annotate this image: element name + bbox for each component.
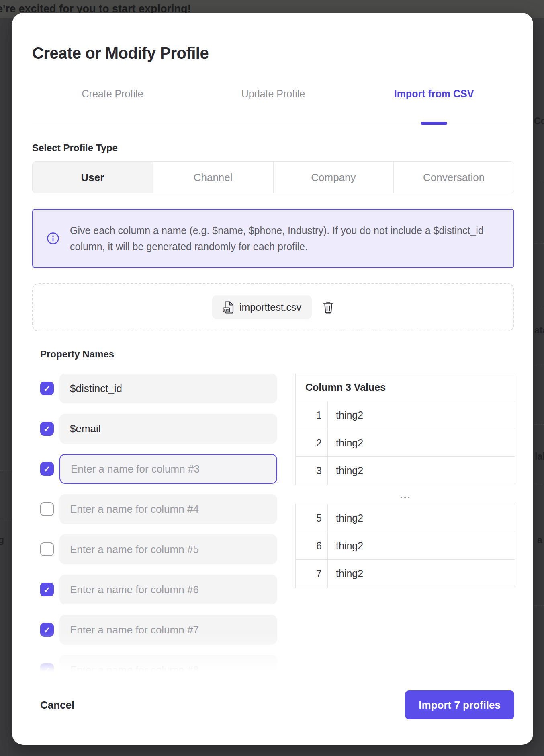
property-row-6: ✓ (40, 575, 277, 604)
column-1-name-input[interactable] (59, 374, 277, 403)
svg-text:csv: csv (224, 308, 229, 312)
page-title: Create or Modify Profile (32, 43, 514, 63)
table-row: 3 thing2 (296, 457, 515, 485)
info-banner: Give each column a name (e.g. $name, $ph… (32, 209, 514, 268)
cancel-button[interactable]: Cancel (40, 699, 74, 711)
column-5-checkbox[interactable] (40, 542, 54, 556)
values-table-header: Column 3 Values (296, 374, 515, 401)
profile-type-selector: User Channel Company Conversation (32, 161, 514, 193)
column-6-checkbox[interactable]: ✓ (40, 583, 54, 596)
profile-type-conversation[interactable]: Conversation (393, 162, 514, 193)
screen: e're excited for you to start exploring!… (0, 0, 544, 756)
property-row-7: ✓ (40, 615, 277, 645)
background-row-line (534, 485, 544, 485)
uploaded-file-chip[interactable]: csv importtest.csv (212, 295, 312, 319)
background-row-line (534, 364, 544, 364)
background-text-fragment: ata (534, 325, 544, 336)
profile-type-company[interactable]: Company (273, 162, 394, 193)
tab-import-from-csv[interactable]: Import from CSV (354, 88, 514, 100)
column-5-name-input[interactable] (59, 534, 277, 564)
table-row: 1 thing2 (296, 401, 515, 429)
column-3-checkbox[interactable]: ✓ (40, 462, 54, 476)
column-7-checkbox[interactable]: ✓ (40, 623, 54, 637)
check-icon: ✓ (43, 626, 51, 634)
background-row-line (534, 605, 544, 606)
uploaded-file-name: importtest.csv (239, 302, 301, 313)
background-text-fragment: lab (535, 451, 544, 462)
remove-file-button[interactable] (322, 300, 334, 314)
values-table-top: Column 3 Values 1 thing2 2 thing2 3 thin… (295, 374, 515, 485)
row-number: 1 (296, 401, 328, 429)
tab-create-profile[interactable]: Create Profile (32, 88, 193, 100)
column-4-checkbox[interactable] (40, 502, 54, 516)
tab-update-profile[interactable]: Update Profile (193, 88, 354, 100)
row-value: thing2 (328, 457, 515, 485)
background-row-line (0, 520, 11, 520)
row-number: 5 (296, 504, 328, 532)
background-row-line (534, 183, 544, 183)
trash-icon (322, 300, 334, 314)
dialog-tabs: Create Profile Update Profile Import fro… (32, 88, 514, 123)
background-text-fragment: g (0, 535, 4, 546)
info-banner-text: Give each column a name (e.g. $name, $ph… (70, 222, 488, 255)
profile-type-user[interactable]: User (33, 162, 153, 193)
column-3-name-input[interactable] (59, 454, 277, 484)
row-number: 2 (296, 429, 328, 456)
column-7-name-input[interactable] (59, 615, 277, 645)
csv-file-icon: csv (223, 301, 234, 314)
table-row: 6 thing2 (296, 532, 515, 560)
profile-type-channel[interactable]: Channel (153, 162, 273, 193)
property-row-1: ✓ (40, 374, 277, 403)
row-value: thing2 (328, 504, 515, 532)
column-values-preview: Column 3 Values 1 thing2 2 thing2 3 thin… (295, 374, 515, 680)
table-row: 5 thing2 (296, 504, 515, 532)
csv-drop-zone[interactable]: csv importtest.csv (32, 283, 514, 331)
column-1-checkbox[interactable]: ✓ (40, 382, 54, 395)
import-profiles-button[interactable]: Import 7 profiles (405, 690, 514, 719)
row-number: 6 (296, 532, 328, 559)
dialog-footer: Cancel Import 7 profiles (32, 690, 514, 719)
background-text-fragment: Col (534, 116, 544, 127)
background-row-line (0, 470, 11, 471)
row-number: 3 (296, 457, 328, 485)
column-2-name-input[interactable] (59, 414, 277, 444)
property-row-5 (40, 534, 277, 564)
column-8-name-input[interactable] (59, 655, 277, 680)
table-row: 7 thing2 (296, 560, 515, 588)
background-table-divider (8, 18, 8, 756)
row-value: thing2 (328, 429, 515, 456)
check-icon: ✓ (43, 585, 51, 594)
row-number: 7 (296, 560, 328, 588)
row-value: thing2 (328, 560, 515, 588)
property-row-8: ✓ (40, 655, 277, 680)
mapping-area: ✓ ✓ ✓ (32, 374, 514, 680)
check-icon: ✓ (43, 425, 51, 433)
column-8-checkbox[interactable]: ✓ (40, 663, 54, 677)
column-4-name-input[interactable] (59, 494, 277, 524)
column-6-name-input[interactable] (59, 575, 277, 604)
property-names-label: Property Names (40, 349, 514, 360)
row-value: thing2 (328, 532, 515, 559)
info-icon (47, 232, 59, 245)
property-row-3: ✓ (40, 454, 277, 484)
select-profile-type-label: Select Profile Type (32, 142, 514, 154)
background-row-line (534, 306, 544, 306)
table-row: 2 thing2 (296, 429, 515, 457)
background-text-fragment: a (537, 535, 542, 546)
check-icon: ✓ (43, 666, 51, 674)
property-row-4 (40, 494, 277, 524)
create-or-modify-profile-dialog: Create or Modify Profile Create Profile … (12, 13, 533, 745)
row-value: thing2 (328, 401, 515, 429)
background-row-line (534, 243, 544, 244)
check-icon: ✓ (43, 465, 51, 473)
column-2-checkbox[interactable]: ✓ (40, 422, 54, 436)
property-row-2: ✓ (40, 414, 277, 444)
rows-ellipsis: ... (295, 485, 515, 504)
check-icon: ✓ (43, 384, 51, 393)
background-row-line (534, 424, 544, 425)
values-table-bottom: 5 thing2 6 thing2 7 thing2 (295, 504, 515, 588)
property-name-list: ✓ ✓ ✓ (32, 374, 277, 680)
